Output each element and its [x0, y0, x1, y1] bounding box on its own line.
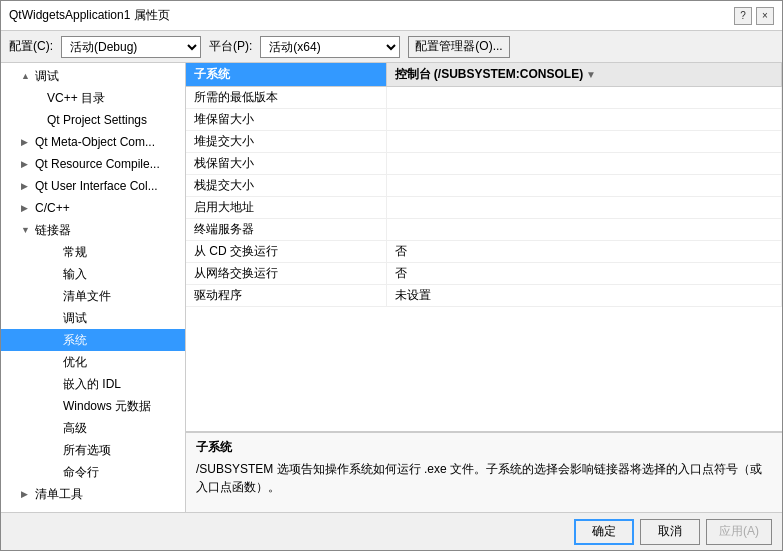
tree-label-debug2: 调试: [63, 310, 87, 327]
table-row[interactable]: 从 CD 交换运行否: [186, 241, 782, 263]
tree-label-linker: 链接器: [35, 222, 71, 239]
prop-value: 未设置: [386, 285, 782, 307]
tree-arrow-manifest-tool: ▶: [21, 489, 33, 499]
tree-label-manifest-file: 清单文件: [63, 288, 111, 305]
prop-value: 否: [386, 241, 782, 263]
tree-arrow-qt-resource-compile: ▶: [21, 159, 33, 169]
prop-value: [386, 197, 782, 219]
tree-label-vc-dirs: VC++ 目录: [47, 90, 105, 107]
main-content: ▲调试VC++ 目录Qt Project Settings▶Qt Meta-Ob…: [1, 63, 782, 512]
tree-item-qt-meta-object[interactable]: ▶Qt Meta-Object Com...: [1, 131, 185, 153]
platform-select[interactable]: 活动(x64): [260, 36, 400, 58]
tree-item-qt-project-settings[interactable]: Qt Project Settings: [1, 109, 185, 131]
tree-label-cpp: C/C++: [35, 201, 70, 215]
prop-name: 栈提交大小: [186, 175, 386, 197]
prop-value: [386, 131, 782, 153]
description-text: /SUBSYSTEM 选项告知操作系统如何运行 .exe 文件。子系统的选择会影…: [196, 460, 772, 496]
prop-value: [386, 109, 782, 131]
tree-item-optimize[interactable]: 优化: [1, 351, 185, 373]
tree-label-qt-resource-compile: Qt Resource Compile...: [35, 157, 160, 171]
col-header-value: 控制台 (/SUBSYSTEM:CONSOLE) ▼: [386, 63, 782, 87]
prop-name: 终端服务器: [186, 219, 386, 241]
tree-label-qt-project-settings: Qt Project Settings: [47, 113, 147, 127]
prop-name: 从网络交换运行: [186, 263, 386, 285]
table-row[interactable]: 启用大地址: [186, 197, 782, 219]
ok-button[interactable]: 确定: [574, 519, 634, 545]
tree-item-linker[interactable]: ▼链接器: [1, 219, 185, 241]
description-panel: 子系统 /SUBSYSTEM 选项告知操作系统如何运行 .exe 文件。子系统的…: [186, 432, 782, 512]
table-row[interactable]: 栈保留大小: [186, 153, 782, 175]
prop-name: 所需的最低版本: [186, 87, 386, 109]
config-manager-button[interactable]: 配置管理器(O)...: [408, 36, 509, 58]
tree-label-input: 输入: [63, 266, 87, 283]
prop-value: 否: [386, 263, 782, 285]
tree-label-advanced: 高级: [63, 420, 87, 437]
help-button[interactable]: ?: [734, 7, 752, 25]
right-panel: 子系统 控制台 (/SUBSYSTEM:CONSOLE) ▼ 所需的最低版本堆保…: [186, 63, 782, 512]
tree-item-manifest-file[interactable]: 清单文件: [1, 285, 185, 307]
tree-label-cmdline: 命令行: [63, 464, 99, 481]
prop-name: 驱动程序: [186, 285, 386, 307]
tree-arrow-qt-user-interface: ▶: [21, 181, 33, 191]
table-row[interactable]: 堆保留大小: [186, 109, 782, 131]
close-button[interactable]: ×: [756, 7, 774, 25]
tree-item-input[interactable]: 输入: [1, 263, 185, 285]
prop-value: [386, 87, 782, 109]
config-label: 配置(C):: [9, 38, 53, 55]
tree-item-advanced[interactable]: 高级: [1, 417, 185, 439]
tree-item-windows-metadata[interactable]: Windows 元数据: [1, 395, 185, 417]
tree-item-debug[interactable]: ▲调试: [1, 65, 185, 87]
tree-label-windows-metadata: Windows 元数据: [63, 398, 151, 415]
tree-label-debug: 调试: [35, 68, 59, 85]
tree-item-debug2[interactable]: 调试: [1, 307, 185, 329]
tree-item-manifest-tool[interactable]: ▶清单工具: [1, 483, 185, 505]
tree-item-qt-user-interface[interactable]: ▶Qt User Interface Col...: [1, 175, 185, 197]
properties-table: 子系统 控制台 (/SUBSYSTEM:CONSOLE) ▼ 所需的最低版本堆保…: [186, 63, 782, 432]
table-row[interactable]: 驱动程序未设置: [186, 285, 782, 307]
tree-arrow-debug: ▲: [21, 71, 33, 81]
config-select[interactable]: 活动(Debug): [61, 36, 201, 58]
tree-item-vc-dirs[interactable]: VC++ 目录: [1, 87, 185, 109]
title-bar-buttons: ? ×: [734, 7, 774, 25]
tree-label-qt-user-interface: Qt User Interface Col...: [35, 179, 158, 193]
prop-name: 启用大地址: [186, 197, 386, 219]
bottom-bar: 确定 取消 应用(A): [1, 512, 782, 550]
prop-name: 栈保留大小: [186, 153, 386, 175]
tree-arrow-linker: ▼: [21, 225, 33, 235]
table-row[interactable]: 从网络交换运行否: [186, 263, 782, 285]
tree-arrow-qt-meta-object: ▶: [21, 137, 33, 147]
tree-label-manifest-tool: 清单工具: [35, 486, 83, 503]
tree-item-cpp[interactable]: ▶C/C++: [1, 197, 185, 219]
tree-item-system[interactable]: 系统: [1, 329, 185, 351]
tree-item-qt-resource-compile[interactable]: ▶Qt Resource Compile...: [1, 153, 185, 175]
tree-label-qt-meta-object: Qt Meta-Object Com...: [35, 135, 155, 149]
main-window: QtWidgetsApplication1 属性页 ? × 配置(C): 活动(…: [0, 0, 783, 551]
prop-value: [386, 153, 782, 175]
table-row[interactable]: 终端服务器: [186, 219, 782, 241]
tree-label-optimize: 优化: [63, 354, 87, 371]
platform-label: 平台(P):: [209, 38, 252, 55]
tree-item-all-options[interactable]: 所有选项: [1, 439, 185, 461]
prop-name: 堆保留大小: [186, 109, 386, 131]
table-row[interactable]: 所需的最低版本: [186, 87, 782, 109]
toolbar: 配置(C): 活动(Debug) 平台(P): 活动(x64) 配置管理器(O)…: [1, 31, 782, 63]
table-row[interactable]: 堆提交大小: [186, 131, 782, 153]
apply-button[interactable]: 应用(A): [706, 519, 772, 545]
tree-label-all-options: 所有选项: [63, 442, 111, 459]
header-dropdown-arrow[interactable]: ▼: [583, 69, 596, 80]
prop-value: [386, 175, 782, 197]
prop-name: 从 CD 交换运行: [186, 241, 386, 263]
title-bar: QtWidgetsApplication1 属性页 ? ×: [1, 1, 782, 31]
tree-label-embed-idl: 嵌入的 IDL: [63, 376, 121, 393]
table-row[interactable]: 栈提交大小: [186, 175, 782, 197]
description-title: 子系统: [196, 439, 772, 456]
cancel-button[interactable]: 取消: [640, 519, 700, 545]
tree-item-cmdline[interactable]: 命令行: [1, 461, 185, 483]
tree-item-general[interactable]: 常规: [1, 241, 185, 263]
prop-value: [386, 219, 782, 241]
prop-name: 堆提交大小: [186, 131, 386, 153]
tree-item-embed-idl[interactable]: 嵌入的 IDL: [1, 373, 185, 395]
tree-label-general: 常规: [63, 244, 87, 261]
tree-arrow-cpp: ▶: [21, 203, 33, 213]
window-title: QtWidgetsApplication1 属性页: [9, 7, 170, 24]
